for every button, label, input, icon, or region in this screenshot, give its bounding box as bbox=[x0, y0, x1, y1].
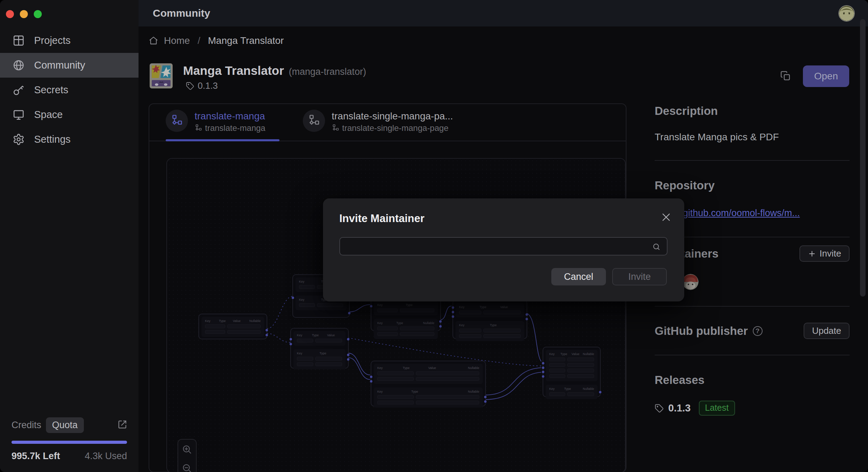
flow-node-3[interactable]: KeyTypeValueKeyType bbox=[290, 328, 349, 369]
update-publisher-button[interactable]: Update bbox=[804, 323, 850, 339]
project-title: Manga Translator bbox=[183, 64, 284, 78]
description-heading: Description bbox=[655, 104, 850, 118]
invite-maintainer-button[interactable]: Invite bbox=[799, 245, 850, 262]
node-output-port[interactable] bbox=[439, 320, 442, 323]
tab-translate-manga[interactable]: translate-manga translate-manga bbox=[166, 110, 265, 133]
sidebar: ProjectsCommunitySecretsSpaceSettings Cr… bbox=[0, 0, 139, 472]
sidebar-item-projects[interactable]: Projects bbox=[0, 28, 139, 53]
credits-footer: Credits Quota 995.7k Left 4.3k Used bbox=[11, 417, 127, 462]
flow-node-7[interactable]: KeyTypeValueNullableKeyTypeNullable bbox=[543, 347, 601, 397]
credits-label: Credits bbox=[11, 420, 41, 431]
projects-icon bbox=[13, 34, 25, 47]
node-output-port[interactable] bbox=[347, 338, 349, 340]
minimize-window-button[interactable] bbox=[20, 10, 28, 18]
credits-progress-bar bbox=[11, 441, 127, 444]
node-input-port[interactable] bbox=[290, 343, 292, 345]
sidebar-item-community[interactable]: Community bbox=[0, 53, 139, 78]
workflow-icon bbox=[166, 110, 188, 132]
node-input-port[interactable] bbox=[542, 362, 544, 364]
flow-node-4[interactable]: KeyTypeKeyTypeNullable bbox=[371, 298, 441, 331]
window-controls bbox=[6, 10, 42, 18]
node-input-port[interactable] bbox=[292, 297, 294, 299]
node-input-port[interactable] bbox=[370, 376, 372, 378]
latest-badge: Latest bbox=[699, 401, 735, 416]
node-input-port[interactable] bbox=[452, 311, 454, 313]
node-input-port[interactable] bbox=[542, 371, 544, 373]
maximize-window-button[interactable] bbox=[34, 10, 42, 18]
sidebar-item-settings[interactable]: Settings bbox=[0, 127, 139, 152]
copy-button[interactable] bbox=[780, 71, 791, 81]
scrollbar-thumb[interactable] bbox=[860, 19, 866, 297]
node-output-port[interactable] bbox=[484, 396, 487, 398]
help-icon[interactable]: ? bbox=[753, 326, 763, 336]
node-input-port[interactable] bbox=[542, 375, 544, 378]
close-window-button[interactable] bbox=[6, 10, 14, 18]
node-output-port[interactable] bbox=[526, 318, 528, 320]
tag-icon bbox=[655, 404, 664, 413]
sidebar-item-space[interactable]: Space bbox=[0, 102, 139, 127]
sidebar-item-secrets[interactable]: Secrets bbox=[0, 78, 139, 102]
node-output-port[interactable] bbox=[348, 312, 350, 314]
canvas-zoom-controls bbox=[177, 439, 197, 472]
node-output-port[interactable] bbox=[526, 313, 528, 316]
project-icon bbox=[149, 63, 173, 89]
flow-tabs: translate-manga translate-manga translat… bbox=[149, 104, 626, 141]
active-tab-indicator bbox=[166, 139, 279, 141]
credits-left: 995.7k Left bbox=[11, 451, 60, 462]
home-icon bbox=[149, 36, 158, 46]
external-link-icon[interactable] bbox=[118, 420, 127, 431]
node-input-port[interactable] bbox=[370, 305, 372, 307]
github-publisher-heading: GitHub publisher bbox=[655, 324, 748, 338]
close-icon[interactable] bbox=[661, 212, 672, 223]
open-button[interactable]: Open bbox=[803, 65, 849, 87]
divider bbox=[655, 355, 850, 355]
topbar: Community bbox=[139, 0, 868, 26]
gear-icon bbox=[13, 133, 25, 145]
breadcrumb-separator: / bbox=[196, 35, 203, 46]
node-input-port[interactable] bbox=[452, 306, 454, 309]
node-input-port[interactable] bbox=[542, 367, 544, 369]
plus-icon bbox=[808, 250, 816, 258]
divider bbox=[655, 160, 850, 161]
tag-icon bbox=[186, 82, 194, 90]
user-avatar[interactable] bbox=[838, 5, 855, 22]
workflow-mini-icon bbox=[332, 124, 339, 132]
cancel-button[interactable]: Cancel bbox=[551, 268, 606, 285]
monitor-icon bbox=[13, 109, 25, 121]
release-version: 0.1.3 bbox=[668, 402, 691, 414]
node-output-port[interactable] bbox=[439, 325, 442, 328]
flow-node-6[interactable]: KeyTypeValueNullableKeyTypeNullable bbox=[371, 361, 486, 407]
node-output-port[interactable] bbox=[347, 354, 349, 356]
modal-title: Invite Maintainer bbox=[339, 212, 425, 225]
node-input-port[interactable] bbox=[370, 380, 372, 383]
sidebar-nav: ProjectsCommunitySecretsSpaceSettings bbox=[0, 28, 139, 152]
node-input-port[interactable] bbox=[290, 338, 292, 340]
app-window: ProjectsCommunitySecretsSpaceSettings Cr… bbox=[0, 0, 868, 472]
invite-maintainer-modal: Invite Maintainer Cancel Invite bbox=[323, 198, 684, 301]
flow-node-5[interactable]: KeyTypeValueKeyType bbox=[452, 300, 527, 339]
breadcrumb-home[interactable]: Home bbox=[164, 35, 190, 46]
zoom-out-icon[interactable] bbox=[182, 463, 192, 472]
node-output-port[interactable] bbox=[347, 358, 349, 361]
repository-heading: Repository bbox=[655, 179, 850, 192]
workflow-icon bbox=[303, 110, 325, 132]
node-output-port[interactable] bbox=[599, 391, 601, 393]
quota-toggle[interactable]: Quota bbox=[46, 417, 84, 433]
description-text: Translate Manga pics & PDF bbox=[655, 132, 850, 143]
node-output-port[interactable] bbox=[266, 329, 268, 331]
page-title: Community bbox=[153, 7, 210, 19]
node-input-port[interactable] bbox=[452, 315, 454, 318]
node-output-port[interactable] bbox=[266, 334, 268, 336]
node-output-port[interactable] bbox=[484, 400, 487, 403]
breadcrumb: Home / Manga Translator bbox=[149, 35, 284, 46]
maintainer-avatar[interactable] bbox=[682, 274, 699, 290]
maintainer-search-input[interactable] bbox=[340, 238, 667, 255]
credits-used: 4.3k Used bbox=[85, 451, 127, 462]
zoom-in-icon[interactable] bbox=[182, 445, 192, 455]
invite-button[interactable]: Invite bbox=[612, 268, 667, 285]
releases-heading: Releases bbox=[655, 373, 850, 387]
breadcrumb-current: Manga Translator bbox=[208, 35, 284, 46]
flow-node-1[interactable]: KeyTypeValueNullable bbox=[198, 314, 267, 339]
key-icon bbox=[13, 84, 25, 96]
tab-translate-single-manga-page[interactable]: translate-single-manga-pa... translate-s… bbox=[303, 110, 453, 133]
